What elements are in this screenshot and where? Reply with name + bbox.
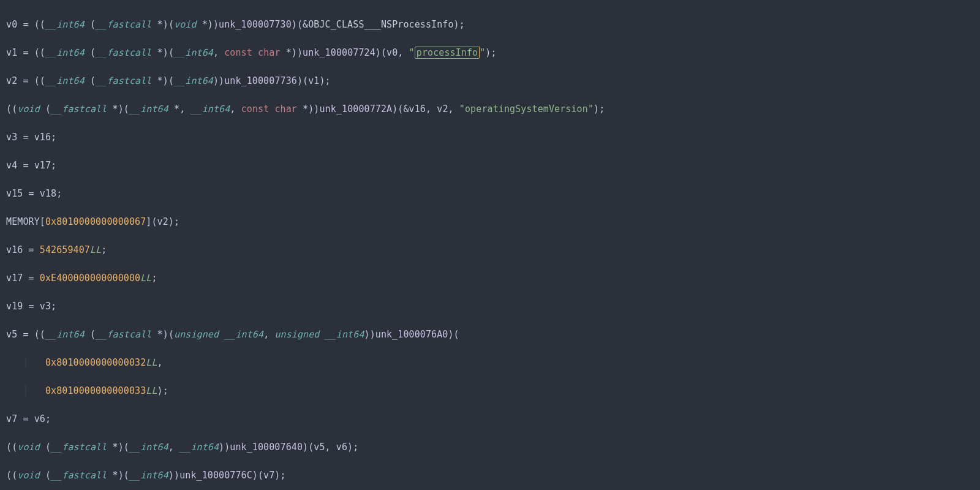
keyword-token: char xyxy=(258,47,281,58)
variable-token: v16 xyxy=(6,244,23,255)
variable-token: v16 xyxy=(34,132,51,143)
code-line: ((void (__fastcall *)(__int64))unk_10000… xyxy=(6,469,974,483)
variable-token: v17 xyxy=(34,160,51,171)
type-token: __int64 xyxy=(45,47,85,58)
suffix-token: LL xyxy=(90,244,101,255)
code-line: │ 0x8010000000000032LL, xyxy=(6,356,974,370)
type-token: __fastcall xyxy=(96,19,151,30)
code-line: v7 = v6; xyxy=(6,412,974,426)
function-token: unk_100007736 xyxy=(224,75,297,86)
function-token: unk_100007730 xyxy=(219,19,292,30)
code-line: v3 = v16; xyxy=(6,130,974,145)
suffix-token: LL xyxy=(146,357,157,368)
code-editor[interactable]: v0 = ((__int64 (__fastcall *)(void *))un… xyxy=(0,0,980,490)
code-line: ((void (__fastcall *)(__int64, __int64))… xyxy=(6,440,974,454)
variable-token: v4 xyxy=(6,160,17,171)
type-token: __int64 xyxy=(45,19,85,30)
type-token: __int64 xyxy=(325,329,364,340)
type-token: __int64 xyxy=(190,104,230,115)
type-token: __fastcall xyxy=(51,442,107,453)
type-token: __int64 xyxy=(129,442,168,453)
variable-token: v7 xyxy=(263,470,274,481)
type-token: unsigned xyxy=(174,329,219,340)
string-token: "processInfo" xyxy=(409,47,486,58)
variable-token: v0 xyxy=(6,19,17,30)
variable-token: v5 xyxy=(314,442,325,453)
suffix-token: LL xyxy=(146,385,157,396)
function-token: unk_10000776C xyxy=(179,470,252,481)
type-token: __int64 xyxy=(45,329,85,340)
type-token: __int64 xyxy=(224,329,263,340)
function-token: unk_100007640 xyxy=(230,442,303,453)
string-token: "operatingSystemVersion" xyxy=(459,104,594,115)
code-line: ((void (__fastcall *)(__int64 *, __int64… xyxy=(6,102,974,116)
code-line: v0 = ((__int64 (__fastcall *)(void *))un… xyxy=(6,18,974,32)
variable-token: v2 xyxy=(6,75,17,86)
variable-token: v15 xyxy=(6,188,23,199)
text-cursor xyxy=(479,47,480,58)
type-token: __fastcall xyxy=(96,75,151,86)
function-token: unk_100007724 xyxy=(303,47,375,58)
variable-token: v2 xyxy=(157,216,168,227)
keyword-token: const xyxy=(224,47,252,58)
type-token: __int64 xyxy=(174,47,213,58)
type-token: unsigned xyxy=(274,329,319,340)
code-line: │ 0x8010000000000033LL); xyxy=(6,384,974,398)
variable-token: v17 xyxy=(6,273,23,284)
keyword-token: const xyxy=(241,104,270,115)
function-token: unk_1000076A0 xyxy=(375,329,448,340)
number-token: 0x8010000000000033 xyxy=(45,385,146,396)
code-line: v15 = v18; xyxy=(6,187,974,201)
variable-token: v1 xyxy=(308,75,319,86)
type-token: __fastcall xyxy=(96,47,151,58)
type-token: __int64 xyxy=(174,75,213,86)
keyword-token: char xyxy=(274,104,297,115)
number-token: 0x8010000000000067 xyxy=(45,216,146,227)
function-token: unk_10000772A xyxy=(320,104,393,115)
variable-token: v3 xyxy=(40,301,51,312)
type-token: void xyxy=(17,470,40,481)
variable-token: v6 xyxy=(34,413,45,424)
type-token: void xyxy=(174,19,197,30)
string-text: operatingSystemVersion xyxy=(465,104,588,115)
symbol-token: OBJC_CLASS___NSProcessInfo xyxy=(308,19,453,30)
type-token: __fastcall xyxy=(51,470,107,481)
variable-token: v5 xyxy=(6,329,17,340)
number-token: 0xE400000000000000 xyxy=(40,273,140,284)
code-line: v2 = ((__int64 (__fastcall *)(__int64))u… xyxy=(6,74,974,88)
code-line: MEMORY[0x8010000000000067](v2); xyxy=(6,215,974,229)
code-line: v19 = v3; xyxy=(6,300,974,314)
code-line: v1 = ((__int64 (__fastcall *)(__int64, c… xyxy=(6,46,974,60)
type-token: __fastcall xyxy=(96,329,151,340)
variable-token: v16 xyxy=(409,104,426,115)
variable-token: v2 xyxy=(437,104,448,115)
type-token: __int64 xyxy=(179,442,219,453)
type-token: __int64 xyxy=(45,75,85,86)
suffix-token: LL xyxy=(140,273,151,284)
type-token: void xyxy=(17,442,40,453)
code-line: v16 = 542659407LL; xyxy=(6,243,974,257)
variable-token: v7 xyxy=(6,413,17,424)
type-token: void xyxy=(17,104,40,115)
type-token: __int64 xyxy=(129,470,168,481)
type-token: __int64 xyxy=(129,104,168,115)
variable-token: v3 xyxy=(6,132,17,143)
variable-token: v6 xyxy=(336,442,347,453)
number-token: 542659407 xyxy=(40,244,90,255)
variable-token: v18 xyxy=(40,188,56,199)
type-token: __fastcall xyxy=(51,104,107,115)
code-line: v4 = v17; xyxy=(6,159,974,173)
highlighted-text: processInfo xyxy=(415,47,480,59)
variable-token: MEMORY xyxy=(6,216,40,227)
variable-token: v1 xyxy=(6,47,17,58)
variable-token: v0 xyxy=(386,47,398,58)
code-line: v5 = ((__int64 (__fastcall *)(unsigned _… xyxy=(6,328,974,342)
code-line: v17 = 0xE400000000000000LL; xyxy=(6,271,974,285)
number-token: 0x8010000000000032 xyxy=(45,357,146,368)
variable-token: v19 xyxy=(6,301,23,312)
